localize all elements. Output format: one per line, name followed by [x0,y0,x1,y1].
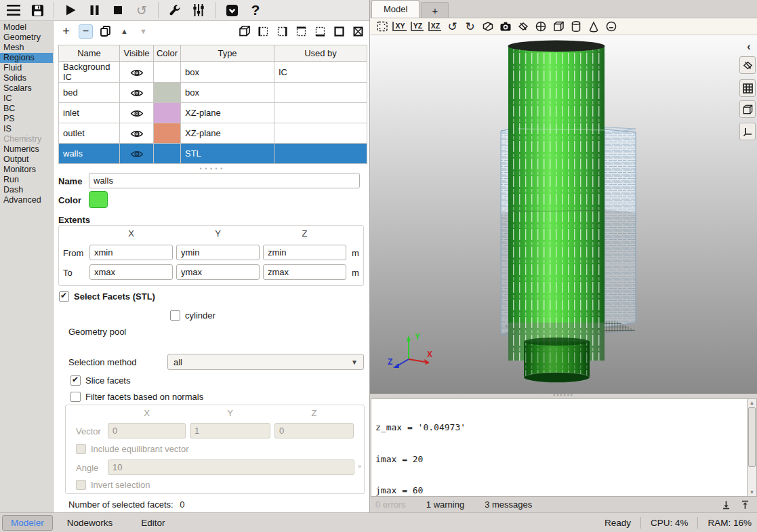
eye-icon[interactable] [130,89,144,98]
sidebar-item-ic[interactable]: IC [0,94,53,104]
sidebar-item-fluid[interactable]: Fluid [0,63,53,73]
table-row[interactable]: bed box [59,83,367,103]
region-box-icon[interactable] [238,24,251,39]
mode-nodeworks-button[interactable]: Nodeworks [53,518,127,528]
cylinder-icon[interactable] [569,20,583,34]
wireframe-toggle-icon[interactable] [739,100,756,118]
rotate-cw-icon[interactable]: ↻ [463,20,477,34]
selection-method-combobox[interactable]: all ▼ [167,354,364,370]
table-row[interactable]: outlet XZ-plane [59,123,367,144]
select-facets-checkbox[interactable] [59,291,69,302]
sidebar-item-dash[interactable]: Dash [0,185,53,195]
scroll-down-icon[interactable]: ▼ [748,489,756,495]
scroll-to-bottom-icon[interactable] [721,499,731,510]
console-splitter[interactable]: •••••• [370,394,757,398]
save-icon[interactable] [30,2,45,18]
scrollbar-thumb[interactable] [748,407,756,467]
perspective-icon[interactable] [480,20,495,34]
camera-icon[interactable] [498,20,512,34]
warnings-count[interactable]: 1 warning [426,499,464,510]
sidebar-item-solids[interactable]: Solids [0,73,53,83]
stl-region-icon[interactable] [352,24,365,39]
color-swatch[interactable] [154,83,180,102]
reset-icon[interactable]: ↺ [134,2,149,18]
axes-toggle-icon[interactable] [739,123,756,140]
3d-viewport[interactable]: Y X Z ‹ [370,35,757,394]
to-x-input[interactable] [89,264,173,280]
region-color-button[interactable] [89,191,108,208]
visibility-icon[interactable] [604,20,618,34]
from-x-input[interactable] [89,245,173,260]
cylinder-checkbox[interactable] [170,310,180,321]
sidebar-item-is[interactable]: IS [0,124,53,134]
plane-full-icon[interactable] [333,24,346,39]
move-up-icon[interactable]: ▲ [118,24,131,39]
xz-view-icon[interactable]: XZ [428,20,442,34]
table-row[interactable]: Background IC box IC [59,62,367,83]
settings-icon[interactable] [191,2,206,18]
to-y-input[interactable] [176,264,260,280]
build-icon[interactable] [167,2,182,18]
scroll-to-top-icon[interactable] [740,499,750,510]
duplicate-region-icon[interactable] [99,24,112,39]
eye-icon[interactable] [130,109,144,118]
region-name-input[interactable] [89,173,360,188]
sidebar-item-model[interactable]: Model [0,22,53,33]
table-row-selected[interactable]: walls STL [59,144,367,164]
color-swatch[interactable] [154,123,180,143]
splitter-handle[interactable]: • • • • • [54,165,369,172]
cone-icon[interactable] [586,20,600,34]
submit-icon[interactable] [224,2,239,18]
slice-facets-checkbox[interactable] [70,375,81,386]
remove-region-icon[interactable]: − [79,24,93,39]
table-row[interactable]: inlet XZ-plane [59,103,367,123]
from-y-input[interactable] [176,245,260,260]
add-tab-button[interactable]: + [421,2,449,18]
sidebar-item-advanced[interactable]: Advanced [0,195,53,205]
plane-bottom-icon[interactable] [314,24,327,39]
from-z-input[interactable] [263,245,346,260]
regions-visibility-icon[interactable] [551,20,565,34]
sidebar-item-numerics[interactable]: Numerics [0,144,53,155]
sidebar-item-geometry[interactable]: Geometry [0,33,53,43]
fit-view-icon[interactable] [375,20,389,34]
color-swatch[interactable] [154,62,180,82]
to-z-input[interactable] [263,264,346,280]
mode-editor-button[interactable]: Editor [127,518,179,528]
rotate-ccw-icon[interactable]: ↺ [445,20,459,34]
collapse-icon[interactable]: ‹ [742,39,756,54]
sidebar-item-scalars[interactable]: Scalars [0,83,53,94]
plane-east-icon[interactable] [276,24,289,39]
run-icon[interactable] [63,2,78,18]
console-scrollbar[interactable]: ▲ ▼ [747,398,757,497]
pause-icon[interactable] [87,2,102,18]
color-swatch[interactable] [154,103,180,123]
color-swatch[interactable] [154,144,180,163]
tab-model[interactable]: Model [371,0,420,18]
plane-west-icon[interactable] [257,24,270,39]
sidebar-item-regions[interactable]: Regions [0,53,53,63]
sidebar-item-bc[interactable]: BC [0,104,53,114]
sidebar-item-ps[interactable]: PS [0,114,53,124]
help-icon[interactable]: ? [248,2,263,18]
sidebar-item-run[interactable]: Run [0,175,53,185]
sidebar-item-mesh[interactable]: Mesh [0,43,53,53]
filter-facets-checkbox[interactable] [70,392,81,402]
scroll-up-icon[interactable]: ▲ [748,400,756,406]
plane-top-icon[interactable] [295,24,308,39]
mode-modeler-button[interactable]: Modeler [2,515,53,531]
xy-view-icon[interactable]: XY [392,20,407,34]
eye-icon[interactable] [130,150,144,159]
menu-icon[interactable] [6,2,21,18]
stl-toggle-icon[interactable] [739,56,756,74]
errors-count[interactable]: 0 errors [375,499,406,510]
sidebar-item-monitors[interactable]: Monitors [0,165,53,175]
mesh-toggle-icon[interactable] [739,79,756,97]
geometry-visibility-icon[interactable] [516,20,530,34]
yz-view-icon[interactable]: YZ [410,20,424,34]
stop-icon[interactable] [110,2,125,18]
eye-icon[interactable] [130,68,144,77]
eye-icon[interactable] [130,129,144,138]
add-region-icon[interactable]: + [60,24,73,39]
sidebar-item-output[interactable]: Output [0,155,53,165]
